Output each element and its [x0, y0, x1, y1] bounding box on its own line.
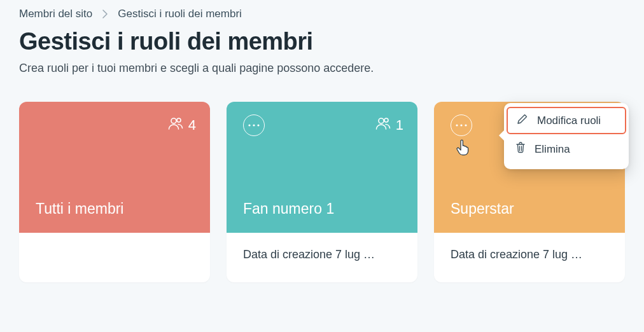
role-card-footer: Data di creazione 7 lug …	[434, 233, 625, 282]
breadcrumb-root[interactable]: Membri del sito	[19, 8, 92, 20]
menu-item-delete[interactable]: Elimina	[504, 135, 629, 163]
svg-point-2	[248, 124, 250, 126]
svg-point-7	[456, 124, 458, 126]
menu-item-label: Modifica ruoli	[537, 114, 601, 127]
breadcrumb: Membri del sito Gestisci i ruoli dei mem…	[19, 8, 625, 20]
role-card-title: Fan numero 1	[243, 200, 403, 218]
role-card-superstar[interactable]: 1 Superstar Data di creazione 7 lug … Mo…	[434, 102, 625, 282]
member-count: 4	[168, 116, 196, 134]
breadcrumb-current: Gestisci i ruoli dei membri	[118, 8, 242, 20]
role-card-footer	[19, 233, 210, 282]
svg-point-9	[465, 124, 466, 126]
role-card-title: Superstar	[451, 200, 611, 218]
trash-icon	[515, 142, 526, 156]
role-card-title: Tutti i membri	[36, 200, 196, 218]
more-options-button[interactable]	[451, 114, 472, 136]
role-card-all-members[interactable]: 4 Tutti i membri	[19, 102, 210, 282]
menu-item-label: Elimina	[535, 143, 570, 156]
cursor-hand-icon	[455, 139, 470, 158]
role-cards-row: 4 Tutti i membri	[19, 102, 625, 282]
svg-point-5	[379, 118, 384, 123]
member-count-value: 1	[396, 117, 403, 134]
pencil-icon	[517, 113, 528, 128]
svg-point-6	[384, 118, 388, 122]
svg-point-4	[257, 124, 259, 126]
members-icon	[375, 116, 391, 134]
page-subtitle: Crea ruoli per i tuoi membri e scegli a …	[19, 62, 625, 75]
page-title: Gestisci i ruoli dei membri	[19, 28, 625, 55]
more-options-button[interactable]	[243, 114, 265, 136]
member-count-value: 4	[188, 117, 196, 134]
role-options-menu: Modifica ruoli Elimina	[504, 103, 629, 169]
svg-point-3	[253, 124, 255, 126]
members-icon	[168, 116, 183, 134]
chevron-right-icon	[102, 10, 108, 18]
svg-point-8	[460, 124, 462, 126]
svg-point-1	[177, 118, 181, 122]
member-count: 1	[375, 116, 403, 134]
role-card-fan-numero-1[interactable]: 1 Fan numero 1 Data di creazione 7 lug …	[227, 102, 417, 282]
menu-item-edit-roles[interactable]: Modifica ruoli	[507, 107, 626, 134]
role-card-footer: Data di creazione 7 lug …	[227, 233, 417, 282]
svg-point-0	[171, 118, 176, 123]
